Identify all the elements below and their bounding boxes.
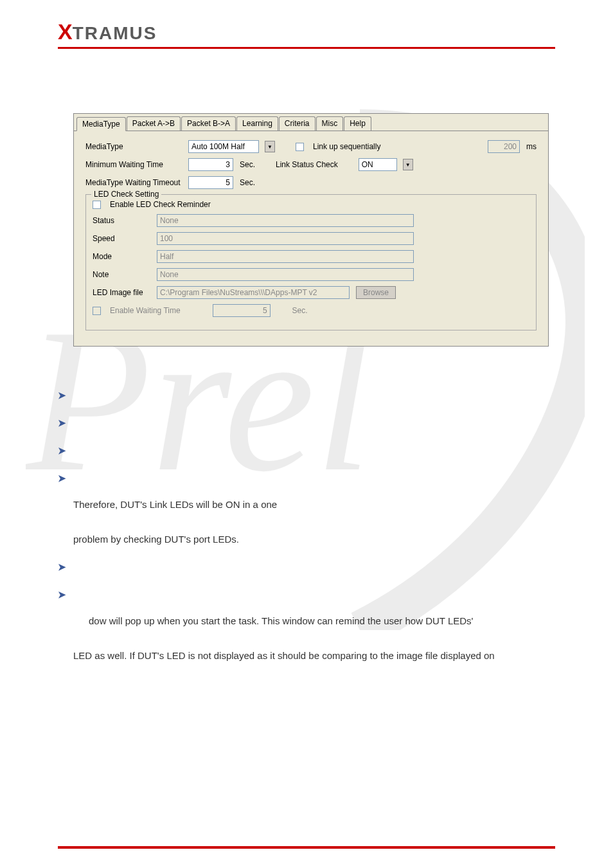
min-waiting-time-label: Minimum Waiting Time [85, 160, 182, 169]
bullet-icon: ➤ [58, 469, 66, 487]
tab-help[interactable]: Help [344, 116, 371, 131]
link-status-check-select[interactable] [359, 158, 397, 171]
mediatype-select[interactable] [188, 140, 259, 153]
bullet-icon: ➤ [58, 586, 66, 603]
sec-unit-2: Sec. [240, 178, 255, 187]
mode-label: Mode [93, 252, 150, 261]
tab-learning[interactable]: Learning [236, 116, 278, 131]
led-image-file-label: LED Image file [93, 288, 150, 297]
bullet-icon: ➤ [58, 442, 66, 459]
logo-x: X [58, 19, 73, 44]
ms-unit-label: ms [526, 142, 537, 151]
link-up-sequentially-label: Link up sequentially [313, 142, 380, 151]
speed-input[interactable] [157, 232, 414, 245]
status-label: Status [93, 216, 150, 225]
link-status-check-label: Link Status Check [276, 160, 338, 169]
led-image-file-input[interactable] [157, 286, 350, 299]
mt-waiting-timeout-label: MediaType Waiting Timeout [85, 178, 182, 187]
footer-rule [58, 846, 555, 849]
enable-led-check-reminder-label: Enable LED Check Reminder [110, 200, 211, 209]
doc-line-1: Therefore, DUT's Link LEDs will be ON in… [73, 496, 555, 513]
note-label: Note [93, 270, 150, 279]
tab-criteria[interactable]: Criteria [279, 116, 315, 131]
logo-rest: TRAMUS [73, 23, 157, 43]
link-up-seq-ms-input[interactable] [488, 140, 520, 153]
tab-packet-ab[interactable]: Packet A->B [127, 116, 181, 131]
tab-packet-ba[interactable]: Packet B->A [181, 116, 236, 131]
enable-waiting-time-input[interactable] [213, 304, 271, 317]
speed-label: Speed [93, 234, 150, 243]
tab-misc[interactable]: Misc [316, 116, 344, 131]
bullet-icon: ➤ [58, 386, 66, 404]
bullet-icon: ➤ [58, 558, 66, 575]
mt-waiting-timeout-input[interactable] [188, 176, 233, 189]
link-up-sequentially-checkbox[interactable] [296, 143, 304, 151]
sec-unit-1: Sec. [240, 160, 255, 169]
enable-waiting-time-checkbox[interactable] [93, 307, 101, 315]
mediatype-label: MediaType [85, 142, 182, 151]
min-waiting-time-input[interactable] [188, 158, 233, 171]
doc-line-2: problem by checking DUT's port LEDs. [73, 530, 555, 548]
brand-logo: XTRAMUS [58, 19, 555, 44]
document-body: ➤ ➤ ➤ ➤ Therefore, DUT's Link LEDs will … [58, 385, 555, 664]
doc-line-4: LED as well. If DUT's LED is not display… [73, 647, 555, 664]
led-check-setting-group: LED Check Setting Enable LED Check Remin… [85, 194, 537, 330]
doc-line-3: dow will pop up when you start the task.… [89, 612, 555, 629]
mode-input[interactable] [157, 250, 414, 263]
tab-mediatype[interactable]: MediaType [76, 117, 126, 131]
settings-dialog: MediaType Packet A->B Packet B->A Learni… [73, 113, 549, 347]
chevron-down-icon[interactable]: ▼ [265, 141, 275, 152]
browse-button[interactable]: Browse [356, 286, 396, 299]
status-input[interactable] [157, 214, 414, 227]
tab-bar: MediaType Packet A->B Packet B->A Learni… [74, 114, 548, 131]
enable-led-check-reminder-checkbox[interactable] [93, 201, 101, 209]
enable-waiting-time-label: Enable Waiting Time [110, 306, 181, 315]
led-group-title: LED Check Setting [91, 190, 161, 199]
note-input[interactable] [157, 268, 414, 281]
sec-unit-3: Sec. [292, 306, 308, 315]
bullet-icon: ➤ [58, 414, 66, 431]
chevron-down-icon[interactable]: ▼ [403, 159, 413, 170]
header-rule [58, 47, 555, 49]
